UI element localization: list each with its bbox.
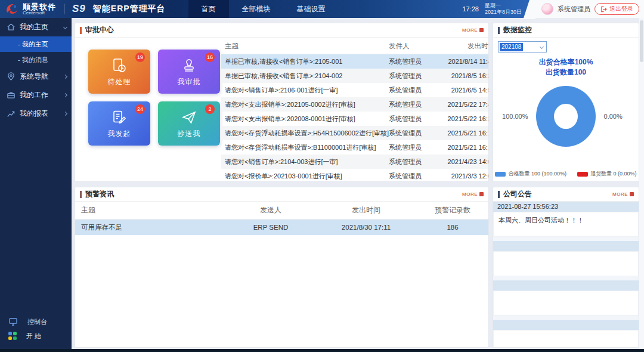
bottom-border — [0, 349, 644, 352]
legend-swatch — [577, 172, 588, 177]
approval-more-button[interactable]: MORE — [462, 27, 484, 33]
product-name: 智能ERP管理平台 — [93, 4, 166, 14]
logout-label: 退出登录 — [609, 5, 633, 13]
tile-label: 待处理 — [108, 77, 131, 87]
chart-icon — [7, 109, 16, 118]
sidebar-label: 我的主页 — [20, 22, 60, 32]
console-label: 控制台 — [27, 317, 47, 326]
approval-sender: 系统管理员 — [389, 143, 439, 152]
sidebar-subitem-my-messages[interactable]: 我的消息 — [0, 52, 72, 67]
announcement-body: 本周六、周日公司活动！！！ — [493, 212, 639, 237]
announcement-title: 公司公告 — [503, 189, 612, 199]
product-logo: S9 — [72, 3, 86, 15]
page-scrollbar[interactable] — [639, 18, 644, 349]
monitor-icon — [8, 317, 18, 326]
tile-initiated-by-me[interactable]: 24 我发起 — [88, 101, 150, 146]
announcement-list: 2021-08-27 15:56:23本周六、周日公司活动！！！ — [493, 202, 639, 348]
col-subject: 主题 — [221, 42, 389, 51]
logout-icon — [600, 6, 607, 13]
panel-accent-bar — [498, 191, 500, 198]
nav-tab-home[interactable]: 首页 — [188, 0, 229, 18]
col-record-count: 预警记录数 — [417, 205, 488, 215]
approval-row[interactable]: 请您对<存货浮动耗损率设置>:H54R15006002进行[审核]系统管理员20… — [221, 126, 489, 140]
start-label: 开 始 — [26, 332, 41, 341]
initiated-badge: 24 — [135, 104, 145, 114]
approval-sender: 系统管理员 — [389, 158, 439, 166]
start-button[interactable]: 开 始 — [0, 329, 72, 343]
alert-more-button[interactable]: MORE — [462, 192, 484, 197]
legend-item: 合格数量 100 (100.00%) — [495, 170, 566, 178]
sidebar-label: 我的工作 — [20, 90, 60, 100]
more-label: MORE — [462, 192, 478, 197]
sidebar-item-my-reports[interactable]: 我的报表 — [0, 104, 72, 123]
approval-row[interactable]: 请您对<支出报销单>:202105-0002进行[审核]系统管理员2021/5/… — [221, 97, 489, 112]
alert-subject: 可用库存不足 — [75, 223, 226, 232]
announcement-body — [493, 251, 639, 276]
sidebar-item-my-home[interactable]: 我的主页 — [0, 18, 72, 36]
announcement-date — [493, 320, 639, 330]
chevron-right-icon — [63, 75, 67, 79]
logout-button[interactable]: 退出登录 — [595, 3, 639, 15]
announcement-date: 2021-08-27 15:56:23 — [493, 202, 639, 212]
console-button[interactable]: 控制台 — [0, 314, 72, 329]
brand-subtitle: Centersoft — [23, 11, 56, 16]
alert-row[interactable]: 可用库存不足ERP SEND2021/8/30 17:11186 — [75, 220, 488, 235]
more-icon — [630, 192, 634, 196]
announcement-item[interactable] — [493, 241, 639, 276]
approval-row[interactable]: 请您对<支出报销单>:202008-0001进行[审核]系统管理员2021/5/… — [221, 112, 489, 126]
clock: 17:28 — [462, 5, 479, 13]
legend-swatch — [495, 172, 506, 177]
sidebar: 我的主页 我的主页 我的消息 系统导航 我的工作 我的报表 控制台 开 始 — [0, 18, 72, 349]
username: 系统管理员 — [558, 5, 590, 14]
sidebar-label: 系统导航 — [20, 72, 60, 82]
legend-text: 退货数量 0 (0.00%) — [590, 170, 637, 178]
location-pin-icon — [7, 72, 16, 81]
col-sender: 发送人 — [226, 205, 315, 215]
col-time: 发出时间 — [439, 42, 489, 51]
approval-row[interactable]: 单据已审核,请接收<销售订单>:2105-001系统管理员2021/8/14 1… — [221, 54, 489, 69]
announcement-more-button[interactable]: MORE — [612, 192, 634, 197]
approval-time: 2021/8/5 16:38 — [439, 72, 489, 79]
approval-sender: 系统管理员 — [389, 129, 439, 138]
sidebar-footer: 控制台 开 始 — [0, 314, 72, 343]
data-monitor-panel: 数据监控 202108 出货合格率100% 出货数量100 100.00% 0.… — [493, 23, 639, 182]
approval-sender: 系统管理员 — [389, 100, 439, 109]
sidebar-subitem-my-home[interactable]: 我的主页 — [0, 36, 72, 52]
period-select[interactable]: 202108 — [498, 41, 547, 53]
period-value: 202108 — [500, 43, 523, 51]
tile-pending[interactable]: 19 待处理 — [88, 50, 150, 94]
approval-row[interactable]: 请您对<存货浮动耗损率设置>:B11000001进行[审核]系统管理员2021/… — [221, 140, 489, 155]
panel-accent-bar — [80, 27, 82, 34]
approval-center-panel: 审批中心 MORE 19 待处理 16 我审批 — [75, 23, 489, 182]
header-user-area: 系统管理员 退出登录 — [532, 0, 644, 18]
approval-row[interactable]: 请您对<报价单>:202103-0001进行[审核]系统管理员2021/3/3 … — [221, 169, 489, 182]
approval-subject: 请您对<存货浮动耗损率设置>:H54R15006002进行[审核] — [221, 129, 389, 138]
avatar[interactable] — [541, 3, 553, 15]
nav-tab-all-modules[interactable]: 全部模块 — [229, 0, 284, 18]
sidebar-item-my-work[interactable]: 我的工作 — [0, 86, 72, 104]
announcement-item[interactable] — [493, 280, 639, 316]
my-approvals-badge: 16 — [205, 53, 215, 62]
announcement-item[interactable]: 2021-08-27 15:56:23本周六、周日公司活动！！！ — [493, 202, 639, 237]
col-subject: 主题 — [75, 205, 226, 215]
tile-cc-to-me[interactable]: 2 抄送我 — [158, 101, 220, 146]
announcement-item[interactable] — [493, 320, 639, 348]
edit-document-icon — [111, 109, 128, 126]
approval-sender: 系统管理员 — [389, 172, 439, 181]
shipment-qty-text: 出货数量100 — [498, 67, 634, 78]
main-nav: 首页 全部模块 基础设置 — [188, 0, 339, 18]
approval-row[interactable]: 请您对<销售订单>:2104-003进行[一审]系统管理员2021/4/23 1… — [221, 155, 489, 169]
sidebar-item-system-nav[interactable]: 系统导航 — [0, 67, 72, 86]
panel-accent-bar — [498, 27, 500, 34]
pass-rate-text: 出货合格率100% — [498, 57, 634, 67]
approval-row[interactable]: 单据已审核,请接收<销售订单>:2104-002系统管理员2021/8/5 16… — [221, 69, 489, 83]
nav-tab-basic-settings[interactable]: 基础设置 — [284, 0, 339, 18]
approval-sender: 系统管理员 — [389, 57, 439, 66]
approval-sender: 系统管理员 — [389, 86, 439, 95]
approval-sender: 系统管理员 — [389, 115, 439, 123]
data-monitor-title: 数据监控 — [503, 25, 634, 35]
approval-center-title: 审批中心 — [85, 25, 462, 35]
tile-my-approvals[interactable]: 16 我审批 — [158, 50, 220, 94]
approval-table: 主题 发件人 发出时间 单据已审核,请接收<销售订单>:2105-001系统管理… — [220, 38, 489, 182]
approval-row[interactable]: 请您对<销售订单>:2106-001进行[一审]系统管理员2021/6/5 14… — [221, 83, 489, 97]
